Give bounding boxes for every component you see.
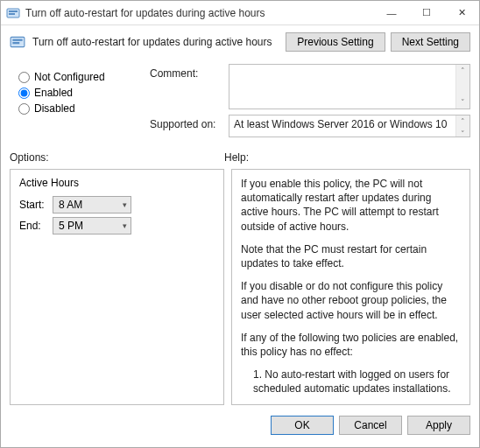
policy-icon [10,34,25,50]
supported-on-label: Supported on: [150,115,229,130]
supported-on-value: At least Windows Server 2016 or Windows … [229,116,469,133]
titlebar: Turn off auto-restart for updates during… [1,1,479,25]
not-configured-label: Not Configured [34,71,105,83]
config-area: Not Configured Enabled Disabled Comment:… [1,60,479,143]
end-combo[interactable]: 5 PM ▾ [53,217,131,234]
end-value: 5 PM [59,220,83,232]
help-text: If any of the following two policies are… [241,331,461,359]
header: Turn off auto-restart for updates during… [1,25,479,60]
start-label: Start: [19,199,53,211]
help-panel: If you enable this policy, the PC will n… [231,169,470,405]
help-text: If you disable or do not configure this … [241,279,461,322]
supported-on-field: At least Windows Server 2016 or Windows … [229,115,470,137]
help-text: 2. Always automatically restart at sched… [241,404,461,405]
svg-rect-4 [12,39,22,41]
disabled-label: Disabled [34,102,75,115]
disabled-radio[interactable] [18,103,30,115]
not-configured-radio[interactable] [18,72,30,83]
next-setting-button[interactable]: Next Setting [391,32,470,52]
end-label: End: [19,220,53,232]
minimize-button[interactable]: — [374,1,409,24]
comment-textarea[interactable]: ˄˅ [229,64,470,109]
start-combo[interactable]: 8 AM ▾ [53,196,131,214]
help-section-label: Help: [224,151,470,164]
help-text: Note that the PC must restart for certai… [241,242,461,270]
apply-button[interactable]: Apply [407,416,470,435]
cancel-button[interactable]: Cancel [339,416,402,435]
policy-title: Turn off auto-restart for updates during… [32,36,286,48]
footer: OK Cancel Apply [1,410,479,440]
policy-icon [6,6,20,20]
close-button[interactable]: ✕ [444,1,479,24]
active-hours-title: Active Hours [19,177,215,189]
help-text: If you enable this policy, the PC will n… [241,177,461,234]
enabled-radio[interactable] [18,88,30,99]
svg-rect-1 [9,10,18,12]
options-section-label: Options: [10,151,224,164]
window-title: Turn off auto-restart for updates during… [25,7,374,19]
svg-rect-2 [9,13,15,15]
maximize-button[interactable]: ☐ [409,1,444,24]
svg-rect-5 [12,42,19,44]
options-panel: Active Hours Start: 8 AM ▾ End: 5 PM ▾ [10,169,224,405]
ok-button[interactable]: OK [271,416,334,435]
previous-setting-button[interactable]: Previous Setting [286,32,385,52]
comment-label: Comment: [150,64,229,80]
scrollbar[interactable]: ˄˅ [455,116,469,136]
chevron-down-icon: ▾ [123,221,127,230]
help-text: 1. No auto-restart with logged on users … [241,368,461,396]
enabled-label: Enabled [34,87,73,99]
start-value: 8 AM [59,199,82,211]
chevron-down-icon: ▾ [123,200,127,209]
scrollbar[interactable]: ˄˅ [455,65,469,108]
